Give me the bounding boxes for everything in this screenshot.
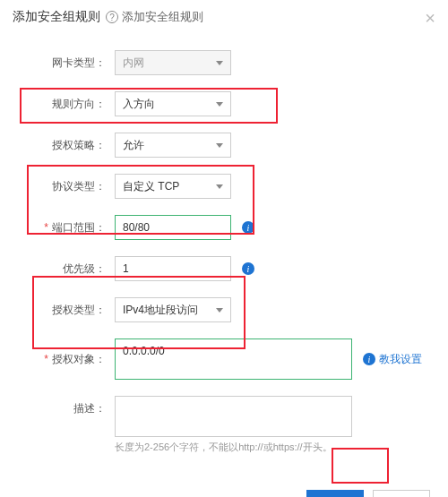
label-nic-type: 网卡类型： xyxy=(18,56,115,71)
row-direction: 规则方向： 入方向 xyxy=(18,91,430,116)
description-hint: 长度为2-256个字符，不能以http://或https://开头。 xyxy=(115,441,352,454)
dialog-body: 网卡类型： 内网 规则方向： 入方向 授权策略： 允许 xyxy=(0,32,448,479)
ok-button[interactable]: 确定 xyxy=(306,490,364,497)
label-protocol: 协议类型： xyxy=(18,179,115,194)
teach-link-wrap: i 教我设置 xyxy=(363,352,422,367)
select-nic-type: 内网 xyxy=(115,50,231,75)
label-auth-policy: 授权策略： xyxy=(18,138,115,153)
row-auth-policy: 授权策略： 允许 xyxy=(18,133,430,158)
input-auth-object[interactable] xyxy=(115,338,352,380)
dialog-title: 添加安全组规则 xyxy=(13,9,100,25)
chevron-down-icon xyxy=(216,308,223,313)
dialog-footer: 确定 取消 xyxy=(0,479,448,497)
input-description-wrap: 长度为2-256个字符，不能以http://或https://开头。 xyxy=(115,396,352,454)
select-auth-policy[interactable]: 允许 xyxy=(115,133,231,158)
dialog-subtitle: 添加安全组规则 xyxy=(122,9,203,25)
label-auth-type: 授权类型： xyxy=(18,303,115,318)
info-icon[interactable]: i xyxy=(242,262,254,275)
input-auth-object-wrap xyxy=(115,338,352,380)
help-icon[interactable]: ? xyxy=(106,11,118,23)
row-nic-type: 网卡类型： 内网 xyxy=(18,50,430,75)
row-port-range: 端口范围： i xyxy=(18,215,430,240)
label-auth-object: 授权对象： xyxy=(18,352,115,367)
input-priority-wrap xyxy=(115,256,231,281)
select-nic-type-value: 内网 xyxy=(123,56,144,71)
close-icon[interactable]: × xyxy=(425,9,435,27)
label-port-range: 端口范围： xyxy=(18,220,115,236)
select-protocol-value: 自定义 TCP xyxy=(123,179,179,194)
chevron-down-icon xyxy=(216,143,223,148)
row-auth-object: 授权对象： i 教我设置 xyxy=(18,338,430,380)
input-description[interactable] xyxy=(115,396,352,437)
add-security-rule-dialog: 添加安全组规则 ? 添加安全组规则 × 网卡类型： 内网 规则方向： 入方向 xyxy=(0,0,448,497)
label-description: 描述： xyxy=(18,396,115,416)
select-protocol[interactable]: 自定义 TCP xyxy=(115,174,231,199)
select-auth-policy-value: 允许 xyxy=(123,138,144,153)
label-priority: 优先级： xyxy=(18,261,115,277)
info-icon[interactable]: i xyxy=(242,221,254,234)
row-priority: 优先级： i xyxy=(18,256,430,281)
select-auth-type-value: IPv4地址段访问 xyxy=(123,303,198,318)
select-direction[interactable]: 入方向 xyxy=(115,91,231,116)
cancel-button[interactable]: 取消 xyxy=(373,490,430,497)
input-port-range[interactable] xyxy=(115,215,231,240)
input-priority[interactable] xyxy=(115,256,231,281)
teach-link[interactable]: 教我设置 xyxy=(379,352,422,367)
chevron-down-icon xyxy=(216,102,223,107)
row-auth-type: 授权类型： IPv4地址段访问 xyxy=(18,297,430,322)
chevron-down-icon xyxy=(216,61,223,65)
select-auth-type[interactable]: IPv4地址段访问 xyxy=(115,297,231,322)
chevron-down-icon xyxy=(216,184,223,189)
row-description: 描述： 长度为2-256个字符，不能以http://或https://开头。 xyxy=(18,396,430,454)
input-port-range-wrap xyxy=(115,215,231,240)
select-direction-value: 入方向 xyxy=(123,97,155,112)
info-icon: i xyxy=(363,353,375,365)
label-direction: 规则方向： xyxy=(18,97,115,112)
row-protocol: 协议类型： 自定义 TCP xyxy=(18,174,430,199)
dialog-header: 添加安全组规则 ? 添加安全组规则 × xyxy=(0,0,448,32)
